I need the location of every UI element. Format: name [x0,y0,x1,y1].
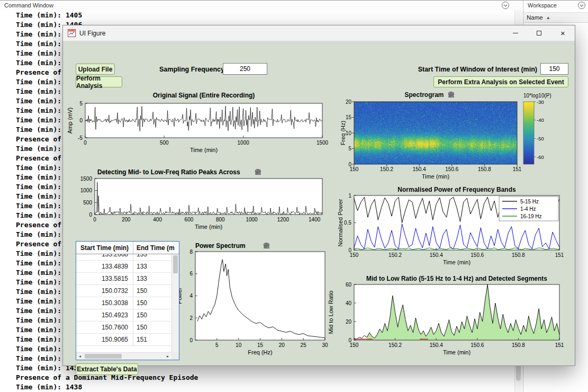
table-row[interactable]: 150.3038150 [76,297,171,309]
cell-end-time[interactable]: 133 [133,254,171,260]
cell-start-time[interactable]: 150.0732 [76,285,133,297]
datatips-icon[interactable] [282,242,289,249]
svg-text:Freq (Hz): Freq (Hz) [340,121,346,145]
svg-text:500: 500 [160,140,169,146]
maximize-button[interactable] [527,25,551,41]
cell-end-time[interactable]: 133 [133,273,171,284]
svg-text:150.4: 150.4 [430,252,443,258]
chevron-down-icon [580,4,584,7]
scrollbar-thumb[interactable] [85,354,122,359]
zoom-in-icon[interactable] [486,91,493,98]
panel-menu-button[interactable] [502,2,509,9]
mid-low-ratio-chart[interactable]: Mid to Low Ratio (5-15 Hz to 1-4 Hz) and… [328,274,571,380]
svg-text:Time (min): Time (min) [195,224,222,230]
zoom-in-icon[interactable] [293,168,300,175]
svg-text:1-4 Hz: 1-4 Hz [520,206,536,212]
table-row[interactable]: 150.7600150 [76,322,171,334]
svg-text:500: 500 [83,200,92,206]
power-spectrum-chart[interactable]: Power Spectrum 5101520253002468Freq (Hz)… [174,240,333,367]
cell-end-time[interactable]: 133 [133,261,171,272]
workspace-name-column-header[interactable]: Name ▲ [523,12,588,23]
svg-text:150.4: 150.4 [430,342,443,348]
table-row[interactable]: 150.4923150 [76,309,171,322]
zoom-out-icon[interactable] [495,91,502,98]
home-icon[interactable] [505,91,512,98]
sort-ascending-icon: ▲ [546,15,550,20]
cell-end-time[interactable]: 151 [133,334,171,345]
datatips-icon[interactable] [274,168,281,175]
cell-start-time[interactable]: 133.2668 [76,254,133,260]
table-row[interactable]: 133.2668133 [76,254,171,261]
sampling-frequency-input[interactable] [223,63,267,75]
power-spectrum-title: Power Spectrum [195,242,246,250]
scrollbar-thumb[interactable] [173,255,178,273]
svg-text:20: 20 [279,342,285,348]
home-icon[interactable] [320,242,327,249]
svg-text:10: 10 [236,342,242,348]
spectrogram-chart[interactable]: Spectrogram -30-40-50-6010*log10(P)15015… [341,90,571,188]
svg-text:4: 4 [189,293,193,299]
cell-start-time[interactable]: 133.4839 [76,261,133,272]
svg-text:20: 20 [346,99,352,105]
chevron-down-icon [503,4,508,7]
perform-analysis-button[interactable]: Perform Analysis [76,76,122,87]
events-table[interactable]: Start Time (min) End Time (m 133.2668133… [76,241,179,360]
svg-text:15: 15 [346,114,352,120]
pan-icon[interactable] [283,168,290,175]
svg-text:1500: 1500 [316,140,329,146]
svg-text:150.2: 150.2 [388,252,402,258]
home-icon[interactable] [312,168,319,175]
table-vertical-scrollbar[interactable] [171,254,179,352]
original-signal-chart[interactable]: Original Signal (Entire Recording) 05001… [68,90,333,159]
extract-table-data-button[interactable]: Extract Table's Data [76,363,138,375]
events-table-body[interactable]: 133.2668133133.4839133133.5815133150.073… [76,254,171,352]
cell-start-time[interactable]: 150.7600 [76,322,133,333]
scrollbar-corner [171,352,179,360]
zoom-out-icon[interactable] [311,242,318,249]
perform-extra-analysis-button[interactable]: Perform Extra Analysis on Selected Event [433,76,568,87]
datatips-icon[interactable] [467,91,474,98]
column-header-end-time[interactable]: End Time (m [133,242,179,254]
scroll-right-arrow-icon[interactable]: ▸ [164,353,171,360]
table-row[interactable]: 150.0732150 [76,285,171,297]
cell-end-time[interactable]: 150 [133,297,171,309]
svg-text:150.2: 150.2 [380,166,393,172]
export-icon[interactable] [264,168,271,175]
table-row[interactable]: 133.5815133 [76,273,171,285]
svg-text:Normalised Power: Normalised Power [337,199,343,246]
scroll-left-arrow-icon[interactable]: ◂ [76,353,84,360]
column-header-start-time[interactable]: Start Time (min) [76,242,133,254]
export-icon[interactable] [457,91,464,98]
cell-end-time[interactable]: 150 [133,285,171,297]
normalised-power-chart[interactable]: Normalised Power of Frequency Bands 1501… [338,184,574,269]
minimize-button[interactable] [503,25,527,41]
svg-text:0: 0 [89,212,92,218]
svg-text:150.6: 150.6 [471,342,484,348]
upload-file-button[interactable]: Upload File [76,64,115,75]
start-time-input[interactable] [540,63,568,75]
cell-start-time[interactable]: 150.4923 [76,309,133,321]
figure-body: Upload File Sampling Frequency Perform A… [63,41,575,366]
svg-text:1000: 1000 [80,188,93,193]
table-header-row: Start Time (min) End Time (m [76,242,179,254]
pan-icon[interactable] [476,91,483,98]
table-row[interactable]: 150.9065151 [76,334,171,346]
cell-start-time[interactable]: 133.5815 [76,273,133,284]
mid-low-ratio-title: Mid to Low Ratio (5-15 Hz to 1-4 Hz) and… [354,275,559,282]
cell-end-time[interactable]: 150 [133,309,171,321]
cell-end-time[interactable]: 150 [133,322,171,333]
zoom-in-icon[interactable] [301,242,308,249]
export-icon[interactable] [273,242,279,249]
pan-icon[interactable] [292,242,298,249]
window-titlebar[interactable]: UI Figure × [63,25,575,41]
panel-menu-button[interactable] [578,2,585,9]
close-button[interactable]: × [551,25,575,41]
table-row[interactable]: 133.4839133 [76,261,171,273]
cell-start-time[interactable]: 150.3038 [76,297,133,309]
ratio-peaks-title: Detecting Mid- to Low-Freq Ratio Peaks A… [97,168,240,176]
cell-start-time[interactable]: 150.9065 [76,334,133,345]
zoom-out-icon[interactable] [302,168,309,175]
table-horizontal-scrollbar[interactable]: ◂ ▸ [76,352,171,360]
svg-text:150.8: 150.8 [512,342,525,348]
start-time-label: Start Time of Window of Interest (min) [412,66,537,73]
